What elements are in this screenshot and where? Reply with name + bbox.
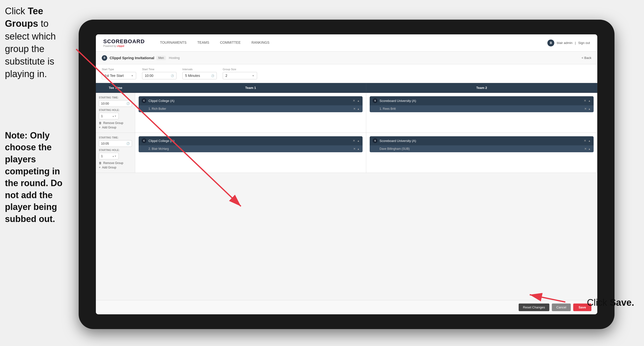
starting-time-val-1: 10:00 <box>101 102 109 105</box>
tournament-name: Clippd Spring Invitational <box>110 56 154 60</box>
team1-chevron-2[interactable]: ▲ <box>357 139 360 142</box>
add-group-label-1: Add Group <box>102 126 116 129</box>
team1-remove-icon-2[interactable]: ✕ <box>353 139 355 142</box>
team1-header-1: C Clippd College (A) ✕ ▲ <box>139 96 362 105</box>
player-remove-1-2[interactable]: ✕ <box>353 147 356 151</box>
nav-committee[interactable]: COMMITTEE <box>214 34 246 51</box>
starting-hole-val-1: 1 <box>101 114 103 118</box>
player-chevron-1-2[interactable]: ▲ <box>357 148 360 150</box>
tee-time-header: Tee Time <box>96 83 135 93</box>
team2-card-2: S Scoreboard University (A) ✕ ▲ Dave Bil… <box>370 136 594 152</box>
team1-chevron-1[interactable]: ▲ <box>357 99 360 102</box>
team1-name-1: Clippd College (A) <box>148 99 351 103</box>
user-name: blair admin <box>557 41 572 45</box>
player-chevron-2-2[interactable]: ▲ <box>588 148 591 150</box>
reset-button[interactable]: Reset Changes <box>519 304 550 311</box>
avatar: B <box>548 39 554 46</box>
plus-icon-1: + <box>99 126 100 129</box>
add-group-btn-2[interactable]: + Add Group <box>99 166 132 169</box>
intervals-input[interactable]: 5 Minutes 🕐 <box>182 72 217 79</box>
team1-remove-icon-1[interactable]: ✕ <box>353 99 355 102</box>
instruction-text-1: Click Tee Groups to select which group t… <box>5 5 74 80</box>
tee-time-col-1: STARTING TIME: 10:00 🕐 STARTING HOLE: 1 … <box>96 93 135 133</box>
team1-icons-1: ✕ ▲ <box>353 99 360 102</box>
tee-group-row-1: STARTING TIME: 10:00 🕐 STARTING HOLE: 1 … <box>96 93 597 133</box>
team1-card-1: C Clippd College (A) ✕ ▲ 1. Rich Butler … <box>139 96 362 112</box>
team2-badge-2: S <box>373 138 378 143</box>
start-time-value: 10:00 <box>145 74 154 78</box>
sign-out-link[interactable]: Sign out <box>578 41 590 45</box>
start-time-input[interactable]: 10:00 🕐 <box>142 72 176 79</box>
team2-remove-icon-1[interactable]: ✕ <box>584 99 586 102</box>
team2-badge-1: S <box>373 98 378 103</box>
intervals-clock: 🕐 <box>211 74 214 77</box>
team1-header-2: C Clippd College (A) ✕ ▲ <box>139 136 362 145</box>
bottom-bar: Reset Changes Cancel Save <box>96 300 597 314</box>
player-chevron-1-1[interactable]: ▲ <box>357 108 360 110</box>
team2-header-2: S Scoreboard University (A) ✕ ▲ <box>370 136 594 145</box>
team2-remove-icon-2[interactable]: ✕ <box>584 139 586 142</box>
starting-hole-input-1[interactable]: 1 ▲▼ <box>99 113 119 119</box>
team2-chevron-1[interactable]: ▲ <box>588 99 591 102</box>
team1-card-2: C Clippd College (A) ✕ ▲ 2. Blair McHarg… <box>139 136 362 152</box>
team1-col-1: C Clippd College (A) ✕ ▲ 1. Rich Butler … <box>135 93 366 133</box>
team2-name-1: Scoreboard University (A) <box>380 99 582 103</box>
intervals-value: 5 Minutes <box>185 74 200 78</box>
starting-time-input-2[interactable]: 10:05 🕐 <box>99 140 132 147</box>
remove-group-btn-1[interactable]: 🗑 Remove Group <box>99 121 132 125</box>
trash-icon-1: 🗑 <box>99 121 102 125</box>
starting-hole-val-2: 1 <box>101 154 103 158</box>
nav-links: TOURNAMENTS TEAMS COMMITTEE RANKINGS <box>154 34 548 51</box>
nav-teams[interactable]: TEAMS <box>192 34 214 51</box>
starting-hole-input-2[interactable]: 1 ▲▼ <box>99 153 119 159</box>
table-header: Tee Time Team 1 Team 2 <box>96 83 597 93</box>
start-type-chevron: ▼ <box>131 74 134 77</box>
player-remove-2-1[interactable]: ✕ <box>584 107 587 110</box>
tournament-badge: B <box>102 55 107 61</box>
nav-right: B blair admin | Sign out <box>548 39 590 46</box>
team2-header: Team 2 <box>366 83 597 93</box>
remove-group-btn-2[interactable]: 🗑 Remove Group <box>99 161 132 165</box>
start-type-input[interactable]: 1st Tee Start ▼ <box>102 72 136 79</box>
player-row-2-1: 1. Rees Britt ✕ ▲ <box>370 105 594 112</box>
team2-chevron-2[interactable]: ▲ <box>588 139 591 142</box>
group-size-chevron: ▼ <box>252 74 254 77</box>
tablet-frame: SCOREBOARD Powered by clippd TOURNAMENTS… <box>79 20 614 329</box>
team1-badge-2: C <box>142 138 146 143</box>
plus-icon-2: + <box>99 166 100 169</box>
player-chevron-2-1[interactable]: ▲ <box>588 108 591 110</box>
start-time-label: Start Time <box>142 68 176 71</box>
remove-group-label-1: Remove Group <box>103 121 123 125</box>
tee-time-col-2: STARTING TIME: 10:05 🕐 STARTING HOLE: 1 … <box>96 133 135 173</box>
nav-tournaments[interactable]: TOURNAMENTS <box>154 34 192 51</box>
player-remove-1-1[interactable]: ✕ <box>353 107 356 110</box>
start-type-field: Start Type 1st Tee Start ▼ <box>102 68 136 79</box>
team2-col-2: S Scoreboard University (A) ✕ ▲ Dave Bil… <box>366 133 597 173</box>
group-size-label: Group Size <box>223 68 257 71</box>
starting-time-input-1[interactable]: 10:00 🕐 <box>99 100 132 107</box>
team2-icons-1: ✕ ▲ <box>584 99 591 102</box>
starting-time-label-2: STARTING TIME: <box>99 136 132 139</box>
team2-card-1: S Scoreboard University (A) ✕ ▲ 1. Rees … <box>370 96 594 112</box>
logo-powered: Powered by clippd <box>103 45 145 47</box>
team2-icons-2: ✕ ▲ <box>584 139 591 142</box>
group-size-input[interactable]: 2 ▼ <box>223 72 257 79</box>
main-content: STARTING TIME: 10:00 🕐 STARTING HOLE: 1 … <box>96 93 597 300</box>
clock-icon-1: 🕐 <box>126 102 130 105</box>
starting-hole-label-1: STARTING HOLE: <box>99 109 132 111</box>
trash-icon-2: 🗑 <box>99 161 102 165</box>
remove-group-label-2: Remove Group <box>103 161 123 165</box>
player-remove-2-2[interactable]: ✕ <box>584 147 587 151</box>
cancel-button[interactable]: Cancel <box>552 304 570 311</box>
nav-rankings[interactable]: RANKINGS <box>246 34 275 51</box>
start-type-label: Start Type <box>102 68 136 71</box>
intervals-field: Intervals 5 Minutes 🕐 <box>182 68 217 79</box>
back-button[interactable]: < Back <box>582 56 592 60</box>
starting-time-val-2: 10:05 <box>101 142 109 145</box>
start-time-field: Start Time 10:00 🕐 <box>142 68 176 79</box>
add-group-label-2: Add Group <box>102 166 116 169</box>
team1-badge-1: C <box>142 98 146 103</box>
team1-name-2: Clippd College (A) <box>148 139 351 143</box>
intervals-label: Intervals <box>182 68 217 71</box>
add-group-btn-1[interactable]: + Add Group <box>99 126 132 129</box>
